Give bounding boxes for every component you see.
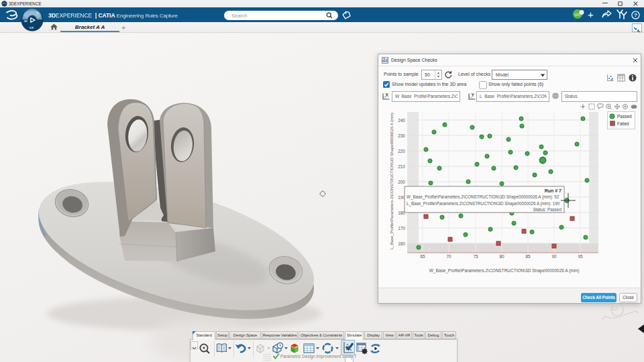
svg-text:70: 70 [446,254,451,259]
svg-text:230: 230 [398,133,405,138]
svg-text:Y: Y [472,93,475,97]
svg-text:170: 170 [398,226,405,231]
svg-text:210: 210 [398,164,405,169]
svg-text:80: 80 [499,254,504,259]
svg-text:90: 90 [551,254,557,259]
svg-text:95: 95 [578,254,583,259]
svg-text:X: X [386,93,389,97]
svg-text:240: 240 [398,118,405,123]
svg-text:L_Base_Profile\Parameters.2\CO: L_Base_Profile\Parameters.2\CONSTRUCTION… [407,201,560,206]
svg-text:160: 160 [398,241,405,246]
svg-text:85: 85 [525,254,531,259]
svg-text:65: 65 [420,254,425,259]
svg-text:Status: Passed: Status: Passed [533,207,562,212]
svg-text:V.R: V.R [30,26,34,29]
svg-text:W_Base_Profile\Parameters.2\CO: W_Base_Profile\Parameters.2\CONSTRUCTION… [407,194,559,200]
svg-text:75: 75 [473,254,478,259]
svg-text:200: 200 [398,180,405,184]
svg-text:220: 220 [398,149,405,154]
svg-text:3D: 3D [24,19,28,23]
svg-text:Run # 7: Run # 7 [545,188,561,193]
